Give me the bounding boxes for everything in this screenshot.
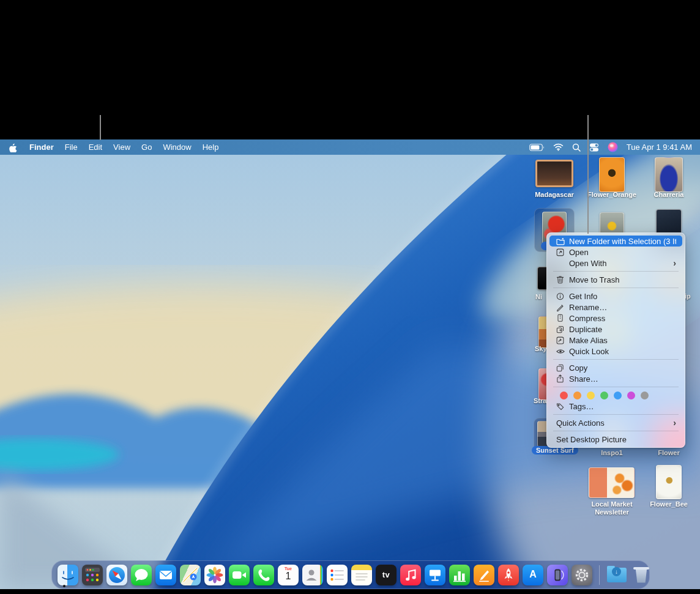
menu-item-make-alias[interactable]: Make Alias bbox=[549, 335, 682, 346]
file-label-fragment[interactable]: Ni bbox=[535, 293, 542, 300]
trash-can bbox=[635, 569, 648, 583]
dock-keynote-icon[interactable] bbox=[425, 565, 445, 585]
menu-item-compress[interactable]: Compress bbox=[549, 313, 682, 324]
file-thumbnail-flower-bee[interactable] bbox=[656, 465, 682, 499]
dock-safari-icon[interactable] bbox=[106, 565, 127, 585]
control-center-icon[interactable] bbox=[589, 143, 599, 152]
menubar-clock[interactable]: Tue Apr 1 9:41 AM bbox=[627, 143, 692, 152]
open-icon bbox=[556, 248, 565, 257]
dock-system-settings-icon[interactable] bbox=[572, 565, 592, 585]
file-thumbnail-madagascar[interactable] bbox=[535, 160, 573, 187]
dock-mail-icon[interactable] bbox=[155, 565, 176, 585]
menu-separator bbox=[553, 271, 679, 272]
menu-item-set-desktop-picture[interactable]: Set Desktop Picture bbox=[549, 434, 682, 445]
duplicate-icon bbox=[556, 325, 565, 334]
file-label[interactable]: Flower_Bee bbox=[632, 500, 700, 508]
calendar-day-number: 1 bbox=[278, 571, 299, 582]
tag-orange-dot[interactable] bbox=[573, 392, 581, 399]
tag-color-row bbox=[547, 390, 685, 401]
menu-item-copy[interactable]: Copy bbox=[549, 362, 682, 373]
battery-icon[interactable] bbox=[529, 144, 545, 151]
submenu-chevron-icon: › bbox=[673, 258, 676, 268]
dock-notes-icon[interactable] bbox=[351, 565, 372, 585]
dock-phone-icon[interactable] bbox=[253, 565, 274, 585]
dock-reminders-icon[interactable] bbox=[327, 565, 348, 585]
menubar-item-window[interactable]: Window bbox=[157, 143, 196, 152]
tag-purple-dot[interactable] bbox=[627, 392, 635, 399]
dock-contacts-icon[interactable] bbox=[302, 565, 323, 585]
dock-calendar-icon[interactable]: Tue 1 bbox=[278, 565, 299, 585]
apple-menu-icon[interactable] bbox=[9, 143, 18, 152]
menu-item-rename[interactable]: Rename… bbox=[549, 302, 682, 313]
file-thumbnail-flower-orange[interactable] bbox=[599, 157, 625, 192]
dock-finder-icon[interactable] bbox=[58, 565, 78, 585]
tag-gray-dot[interactable] bbox=[641, 392, 649, 399]
menu-item-duplicate[interactable]: Duplicate bbox=[549, 324, 682, 335]
dock-numbers-icon[interactable] bbox=[449, 565, 470, 585]
dock-tv-icon[interactable]: tv bbox=[376, 565, 397, 585]
file-label-fragment[interactable]: Sky bbox=[535, 345, 547, 352]
dock-iphone-mirroring-icon[interactable] bbox=[547, 565, 568, 585]
menu-bar: Finder File Edit View Go Window Help bbox=[0, 139, 700, 155]
menubar-item-go[interactable]: Go bbox=[136, 143, 157, 152]
tag-green-dot[interactable] bbox=[600, 392, 608, 399]
dock-pages-icon[interactable] bbox=[474, 565, 494, 585]
download-arrow-icon: ↓ bbox=[612, 567, 621, 576]
trash-icon bbox=[556, 275, 565, 284]
menubar-item-finder[interactable]: Finder bbox=[24, 143, 59, 152]
file-label[interactable]: Local Market Newsletter bbox=[586, 500, 638, 516]
tag-blue-dot[interactable] bbox=[614, 392, 622, 399]
menu-item-open-with[interactable]: Open With › bbox=[549, 258, 682, 269]
file-label[interactable]: Inspo1 bbox=[587, 449, 636, 456]
dock-music-icon[interactable] bbox=[400, 565, 421, 585]
file-label-fragment[interactable]: Stra bbox=[534, 397, 546, 404]
menu-item-tags[interactable]: Tags… bbox=[549, 401, 682, 412]
copy-icon bbox=[556, 363, 565, 373]
new-folder-icon bbox=[556, 237, 565, 246]
menu-separator bbox=[553, 387, 679, 387]
search-icon[interactable] bbox=[572, 143, 581, 152]
menu-separator bbox=[553, 359, 679, 360]
app-store-letter: A bbox=[523, 569, 543, 580]
menu-item-move-to-trash[interactable]: Move to Trash bbox=[549, 274, 682, 285]
dock: Tue 1 tv A bbox=[51, 560, 650, 589]
dock-facetime-icon[interactable] bbox=[229, 565, 250, 585]
siri-icon[interactable] bbox=[608, 142, 618, 152]
screenshot-root: Finder File Edit View Go Window Help bbox=[0, 0, 700, 594]
file-label-fragment[interactable]: ip bbox=[685, 292, 691, 300]
menu-item-open[interactable]: Open bbox=[549, 247, 682, 258]
wifi-icon[interactable] bbox=[553, 143, 564, 151]
tag-icon bbox=[556, 402, 565, 411]
menu-item-quick-actions[interactable]: Quick Actions › bbox=[549, 417, 682, 428]
dock-photos-icon[interactable] bbox=[204, 565, 225, 585]
callout-line-right bbox=[587, 115, 589, 234]
menu-separator bbox=[553, 288, 679, 288]
menu-item-quick-look[interactable]: Quick Look bbox=[549, 346, 682, 357]
menu-separator bbox=[553, 414, 679, 415]
compress-icon bbox=[556, 314, 565, 323]
tag-yellow-dot[interactable] bbox=[587, 392, 595, 399]
dock-messages-icon[interactable] bbox=[131, 565, 152, 585]
file-thumbnail-newsletter[interactable] bbox=[589, 467, 635, 498]
submenu-chevron-icon: › bbox=[673, 418, 676, 428]
dock-rocket-icon[interactable] bbox=[498, 565, 519, 585]
dock-launchpad-icon[interactable] bbox=[82, 565, 103, 585]
file-label[interactable]: Charreria bbox=[632, 191, 700, 198]
menubar-item-file[interactable]: File bbox=[59, 143, 83, 152]
calendar-day-name: Tue bbox=[278, 566, 299, 571]
info-icon bbox=[556, 292, 565, 301]
menu-item-new-folder-with-selection[interactable]: New Folder with Selection (3 Items) bbox=[549, 236, 682, 247]
dock-maps-icon[interactable] bbox=[180, 565, 201, 585]
file-thumbnail-charreria[interactable] bbox=[655, 157, 683, 192]
file-label[interactable]: Flower bbox=[644, 449, 693, 456]
menu-item-get-info[interactable]: Get Info bbox=[549, 291, 682, 302]
tag-red-dot[interactable] bbox=[560, 392, 568, 399]
menubar-item-help[interactable]: Help bbox=[197, 143, 225, 152]
dock-downloads-icon[interactable]: ↓ bbox=[606, 565, 627, 585]
dock-app-store-icon[interactable]: A bbox=[523, 565, 543, 585]
menubar-item-edit[interactable]: Edit bbox=[83, 143, 108, 152]
eye-icon bbox=[556, 347, 565, 356]
menu-item-share[interactable]: Share… bbox=[549, 373, 682, 384]
menubar-item-view[interactable]: View bbox=[108, 143, 136, 152]
dock-trash-icon[interactable] bbox=[631, 565, 652, 585]
